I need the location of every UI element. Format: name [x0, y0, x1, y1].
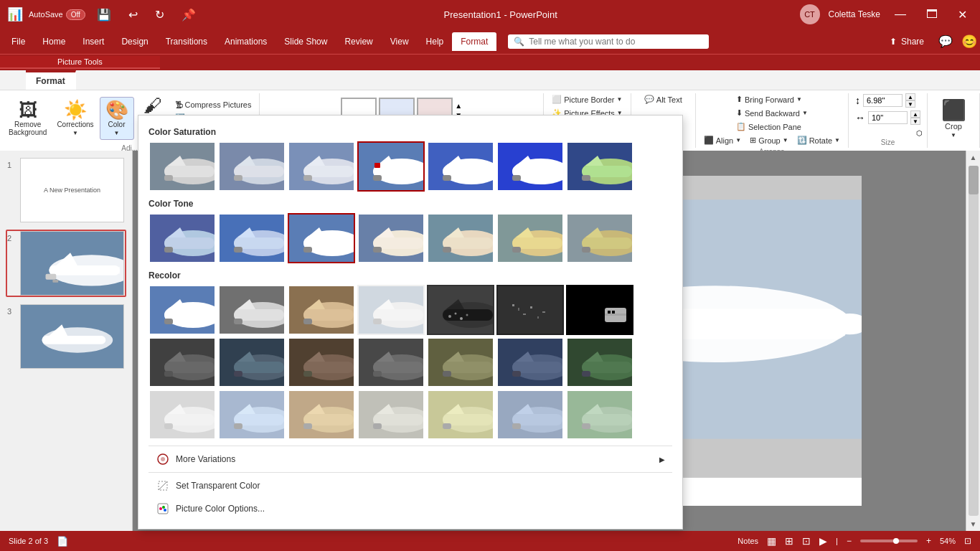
- recolor-light-6[interactable]: [496, 390, 564, 440]
- notes-button[interactable]: Notes: [738, 537, 758, 545]
- group-button[interactable]: ⊞ Group ▼: [746, 134, 792, 146]
- saturation-swatch-66[interactable]: [288, 141, 355, 192]
- undo-button[interactable]: ↩: [123, 5, 143, 24]
- zoom-in-button[interactable]: +: [926, 536, 931, 546]
- autosave-state[interactable]: Off: [66, 9, 85, 20]
- view-reading[interactable]: ⊡: [802, 535, 811, 547]
- color-button[interactable]: 🎨 Color ▼: [100, 97, 134, 140]
- recolor-sepia[interactable]: [288, 285, 355, 335]
- zoom-out-button[interactable]: −: [847, 536, 852, 546]
- recolor-dark-4[interactable]: [357, 337, 425, 387]
- recolor-no[interactable]: [149, 285, 216, 335]
- tone-swatch-6500[interactable]: [288, 213, 355, 263]
- size-expand-icon[interactable]: ⬡: [916, 129, 923, 137]
- slide-thumb-3[interactable]: 3: [6, 303, 126, 370]
- scroll-up-button[interactable]: ▲: [967, 151, 980, 164]
- bring-forward-button[interactable]: ⬆ Bring Forward ▼: [732, 93, 806, 105]
- recolor-light-4[interactable]: [357, 390, 425, 440]
- selection-pane-button[interactable]: 📋 Selection Pane: [732, 121, 805, 133]
- slide-thumb-2[interactable]: 2: [6, 230, 126, 297]
- recolor-dark-2[interactable]: [218, 337, 286, 387]
- emoji-button[interactable]: 😊: [961, 34, 977, 50]
- zoom-slider[interactable]: [860, 540, 918, 542]
- width-down[interactable]: ▼: [910, 118, 920, 125]
- minimize-button[interactable]: —: [889, 5, 912, 24]
- picture-border-button[interactable]: ⬜ Picture Border ▼: [548, 93, 626, 105]
- recolor-light-2[interactable]: [218, 390, 286, 440]
- saturation-swatch-100[interactable]: [357, 141, 425, 192]
- compress-pictures-button[interactable]: 🗜 Compress Pictures: [171, 99, 255, 110]
- alt-text-button[interactable]: 💬 Alt Text: [641, 93, 686, 105]
- menu-animations[interactable]: Animations: [216, 32, 275, 51]
- menu-insert[interactable]: Insert: [74, 32, 113, 51]
- saturation-swatch-200[interactable]: [427, 141, 494, 192]
- set-transparent-item[interactable]: Set Transparent Color: [149, 474, 672, 497]
- scroll-thumb[interactable]: [969, 166, 979, 194]
- pin-button[interactable]: 📌: [176, 5, 202, 24]
- menu-format[interactable]: Format: [452, 32, 496, 51]
- recolor-dark-6[interactable]: [496, 337, 564, 387]
- recolor-light-5[interactable]: [427, 390, 494, 440]
- redo-button[interactable]: ↻: [149, 5, 170, 24]
- recolor-grayscale[interactable]: [218, 285, 286, 335]
- more-variations-item[interactable]: More Variations ▶: [149, 448, 672, 471]
- recolor-dark-1[interactable]: [149, 337, 216, 387]
- crop-button[interactable]: ⬛ Crop ▼: [936, 98, 971, 141]
- view-slide[interactable]: ⊞: [785, 535, 793, 547]
- share-button[interactable]: ⬆ Share: [881, 34, 933, 50]
- send-backward-button[interactable]: ⬇ Send Backward ▼: [732, 107, 811, 119]
- align-button[interactable]: ⬛ Align ▼: [700, 134, 745, 146]
- tone-swatch-9300[interactable]: [427, 213, 494, 263]
- autosave-toggle[interactable]: AutoSave Off: [29, 9, 85, 20]
- height-down[interactable]: ▼: [905, 100, 915, 108]
- saturation-swatch-33[interactable]: [218, 141, 286, 192]
- menu-file[interactable]: File: [3, 32, 34, 51]
- recolor-washout[interactable]: [357, 285, 425, 335]
- close-button[interactable]: ✕: [952, 5, 973, 24]
- save-button[interactable]: 💾: [91, 5, 117, 24]
- saturation-swatch-300[interactable]: [496, 141, 564, 192]
- tone-swatch-13000[interactable]: [566, 213, 633, 263]
- menu-home[interactable]: Home: [34, 32, 74, 51]
- slide-thumb-1[interactable]: 1 A New Presentation: [6, 156, 126, 224]
- menu-slideshow[interactable]: Slide Show: [275, 32, 336, 51]
- rotate-button[interactable]: 🔃 Rotate ▼: [793, 134, 844, 146]
- recolor-bw-15[interactable]: [427, 285, 494, 335]
- scroll-down-button[interactable]: ▼: [967, 517, 980, 531]
- saturation-swatch-0[interactable]: [149, 141, 216, 192]
- corrections-button[interactable]: ☀️ Corrections ▼: [52, 98, 98, 139]
- tone-swatch-4700[interactable]: [149, 213, 216, 263]
- menu-review[interactable]: Review: [336, 32, 381, 51]
- style-up[interactable]: ▲: [455, 102, 462, 110]
- width-up[interactable]: ▲: [910, 110, 920, 118]
- view-slideshow[interactable]: ▶: [819, 535, 827, 547]
- recolor-bw-75[interactable]: [566, 285, 633, 335]
- height-input[interactable]: [863, 94, 903, 107]
- picture-color-options-item[interactable]: Picture Color Options...: [149, 497, 672, 520]
- tab-format[interactable]: Format: [26, 70, 76, 90]
- width-input[interactable]: [868, 111, 908, 124]
- menu-view[interactable]: View: [382, 32, 418, 51]
- comment-button[interactable]: 💬: [933, 32, 958, 51]
- recolor-light-3[interactable]: [288, 390, 355, 440]
- view-normal[interactable]: ▦: [767, 535, 776, 547]
- recolor-light-1[interactable]: [149, 390, 216, 440]
- menu-design[interactable]: Design: [113, 32, 156, 51]
- search-input[interactable]: [529, 37, 703, 47]
- tone-swatch-11200[interactable]: [496, 213, 564, 263]
- restore-button[interactable]: 🗖: [920, 5, 943, 24]
- recolor-dark-5[interactable]: [427, 337, 494, 387]
- recolor-dark-7[interactable]: [566, 337, 633, 387]
- remove-background-button[interactable]: 🖼 RemoveBackground: [4, 98, 51, 139]
- slide-notes-icon[interactable]: 📄: [57, 536, 68, 547]
- recolor-light-7[interactable]: [566, 390, 633, 440]
- fit-slide-button[interactable]: ⊡: [964, 536, 971, 546]
- menu-help[interactable]: Help: [418, 32, 453, 51]
- saturation-swatch-400[interactable]: [566, 141, 633, 192]
- menu-transitions[interactable]: Transitions: [157, 32, 216, 51]
- tone-swatch-5300[interactable]: [218, 213, 286, 263]
- search-bar[interactable]: 🔍: [508, 34, 709, 49]
- recolor-bw-50[interactable]: [496, 285, 564, 335]
- height-up[interactable]: ▲: [905, 93, 915, 100]
- tone-swatch-7200[interactable]: [357, 213, 425, 263]
